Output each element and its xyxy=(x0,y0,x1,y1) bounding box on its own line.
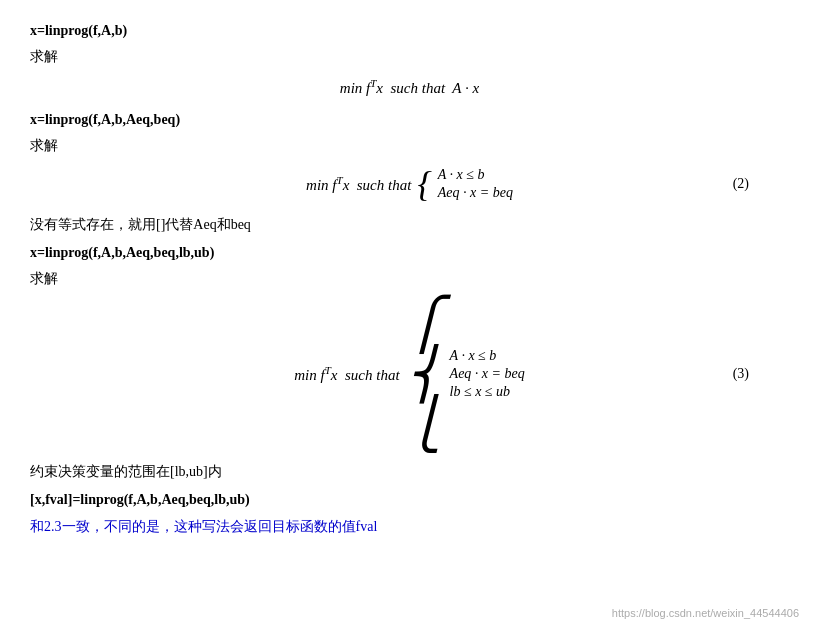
left-brace-s3: ⎧⎨⎩ xyxy=(406,299,444,449)
formula-s2: min fTx such that { A · x ≤ b Aeq · x = … xyxy=(30,166,789,202)
label-s1: 求解 xyxy=(30,46,789,68)
section-2: x=linprog(f,A,b,Aeq,beq) 求解 min fTx such… xyxy=(30,109,789,202)
watermark: https://blog.csdn.net/weixin_44544406 xyxy=(612,607,799,619)
formula-s3: min fTx such that ⎧⎨⎩ A · x ≤ b Aeq · x … xyxy=(30,299,789,449)
label-s2: 求解 xyxy=(30,135,789,157)
code-s1: x=linprog(f,A,b) xyxy=(30,20,789,42)
section-1: x=linprog(f,A,b) 求解 min fTx such that A … xyxy=(30,20,789,97)
code-s2: x=linprog(f,A,b,Aeq,beq) xyxy=(30,109,789,131)
section-4: 约束决策变量的范围在[lb,ub]内 [x,fval]=linprog(f,A,… xyxy=(30,461,789,538)
note-s4: 约束决策变量的范围在[lb,ub]内 xyxy=(30,461,789,483)
note2-s4: 和2.3一致，不同的是，这种写法会返回目标函数的值fval xyxy=(30,516,789,538)
formula-s1: min fTx such that A · x xyxy=(30,77,789,97)
note-s3: 没有等式存在，就用[]代替Aeq和beq xyxy=(30,214,789,236)
label-s3: 求解 xyxy=(30,268,789,290)
eq-num-2: (2) xyxy=(733,176,749,192)
eq-num-3: (3) xyxy=(733,366,749,382)
code-s3: x=linprog(f,A,b,Aeq,beq,lb,ub) xyxy=(30,242,789,264)
code-s4: [x,fval]=linprog(f,A,b,Aeq,beq,lb,ub) xyxy=(30,489,789,511)
section-3: 没有等式存在，就用[]代替Aeq和beq x=linprog(f,A,b,Aeq… xyxy=(30,214,789,449)
